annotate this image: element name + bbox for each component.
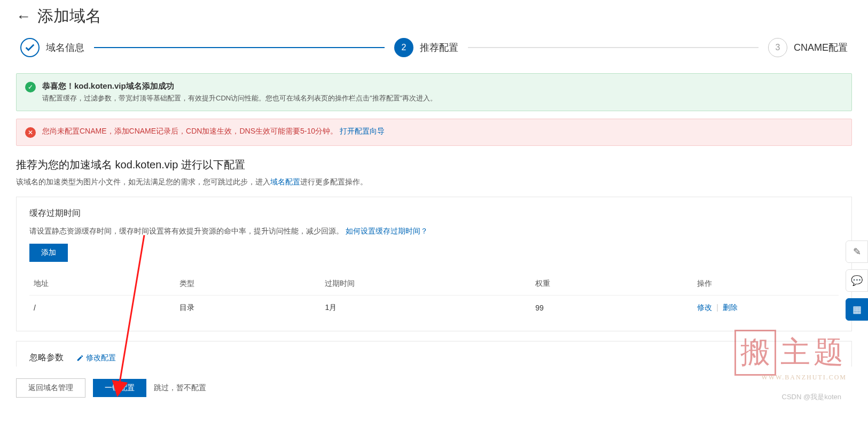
step-1-circle bbox=[20, 38, 40, 57]
cache-table: 地址 类型 过期时间 权重 操作 / 目录 1月 99 修改|删除 bbox=[29, 273, 839, 320]
alert-error: ✕ 您尚未配置CNAME，添加CNAME记录后，CDN加速生效，DNS生效可能需… bbox=[16, 119, 852, 146]
domain-config-link[interactable]: 域名配置 bbox=[270, 177, 300, 186]
col-type: 类型 bbox=[175, 273, 321, 296]
param-edit-label: 修改配置 bbox=[86, 353, 116, 363]
back-arrow-icon[interactable]: ← bbox=[16, 9, 31, 24]
step-line-2 bbox=[468, 47, 758, 48]
widget-chat-icon[interactable]: 💬 bbox=[846, 269, 868, 292]
col-expire: 过期时间 bbox=[320, 273, 531, 296]
step-2-label: 推荐配置 bbox=[420, 41, 458, 54]
error-icon: ✕ bbox=[25, 127, 36, 138]
step-2-circle: 2 bbox=[394, 38, 413, 57]
apply-config-button[interactable]: 一键配置 bbox=[93, 379, 146, 397]
param-title: 忽略参数 bbox=[29, 352, 64, 363]
alert-success-desc: 请配置缓存，过滤参数，带宽封顶等基础配置，有效提升CDN访问性能。您也可在域名列… bbox=[42, 94, 843, 103]
step-line-1 bbox=[94, 47, 385, 48]
step-3: 3 CNAME配置 bbox=[768, 38, 848, 57]
recommend-sub: 该域名的加速类型为图片小文件，如无法满足您的需求，您可跳过此步，进入域名配置进行… bbox=[16, 177, 852, 187]
page-title: 添加域名 bbox=[37, 5, 101, 27]
skip-link[interactable]: 跳过，暂不配置 bbox=[154, 383, 206, 393]
row-delete-link[interactable]: 删除 bbox=[723, 303, 738, 312]
cell-expire: 1月 bbox=[320, 296, 531, 321]
col-weight: 权重 bbox=[531, 273, 693, 296]
step-3-circle: 3 bbox=[768, 38, 787, 57]
cell-ops: 修改|删除 bbox=[693, 296, 839, 321]
table-row: / 目录 1月 99 修改|删除 bbox=[29, 296, 839, 321]
cache-title: 缓存过期时间 bbox=[29, 208, 839, 219]
widget-qr-icon[interactable]: ▦ bbox=[846, 298, 868, 321]
alert-success-title: 恭喜您！kod.koten.vip域名添加成功 bbox=[42, 81, 843, 91]
success-icon: ✓ bbox=[25, 82, 36, 92]
step-2: 2 推荐配置 bbox=[394, 38, 458, 57]
right-widgets: ✎ 💬 ▦ bbox=[846, 240, 868, 321]
recommend-sub-post: 进行更多配置操作。 bbox=[300, 177, 367, 186]
col-ops: 操作 bbox=[693, 273, 839, 296]
alert-error-text: 您尚未配置CNAME，添加CNAME记录后，CDN加速生效，DNS生效可能需要5… bbox=[42, 127, 338, 135]
col-addr: 地址 bbox=[29, 273, 175, 296]
row-edit-link[interactable]: 修改 bbox=[697, 303, 712, 312]
footer-actions: 返回域名管理 一键配置 跳过，暂不配置 bbox=[16, 378, 852, 398]
recommend-heading: 推荐为您的加速域名 kod.koten.vip 进行以下配置 bbox=[16, 158, 852, 172]
add-button[interactable]: 添加 bbox=[29, 244, 68, 262]
csdn-credit: CSDN @我是koten bbox=[782, 392, 841, 402]
cache-desc: 请设置静态资源缓存时间，缓存时间设置将有效提升资源的命中率，提升访问性能，减少回… bbox=[29, 227, 839, 236]
param-card: 忽略参数 修改配置 bbox=[16, 341, 852, 367]
param-edit-link[interactable]: 修改配置 bbox=[76, 353, 116, 363]
cell-weight: 99 bbox=[531, 296, 693, 321]
step-1-label: 域名信息 bbox=[46, 41, 84, 54]
recommend-sub-pre: 该域名的加速类型为图片小文件，如无法满足您的需求，您可跳过此步，进入 bbox=[16, 177, 270, 186]
cache-help-link[interactable]: 如何设置缓存过期时间？ bbox=[346, 227, 428, 235]
cell-addr: / bbox=[29, 296, 175, 321]
back-domain-button[interactable]: 返回域名管理 bbox=[16, 378, 85, 398]
cell-type: 目录 bbox=[175, 296, 321, 321]
stepper: 域名信息 2 推荐配置 3 CNAME配置 bbox=[16, 38, 852, 57]
cache-card: 缓存过期时间 请设置静态资源缓存时间，缓存时间设置将有效提升资源的命中率，提升访… bbox=[16, 197, 852, 331]
alert-success: ✓ 恭喜您！kod.koten.vip域名添加成功 请配置缓存，过滤参数，带宽封… bbox=[16, 73, 852, 111]
cache-desc-text: 请设置静态资源缓存时间，缓存时间设置将有效提升资源的命中率，提升访问性能，减少回… bbox=[29, 227, 346, 235]
open-config-wizard-link[interactable]: 打开配置向导 bbox=[340, 127, 385, 135]
step-1: 域名信息 bbox=[20, 38, 84, 57]
widget-edit-icon[interactable]: ✎ bbox=[846, 240, 868, 263]
check-icon bbox=[24, 42, 36, 53]
pencil-icon bbox=[76, 354, 84, 362]
step-3-label: CNAME配置 bbox=[794, 41, 848, 54]
